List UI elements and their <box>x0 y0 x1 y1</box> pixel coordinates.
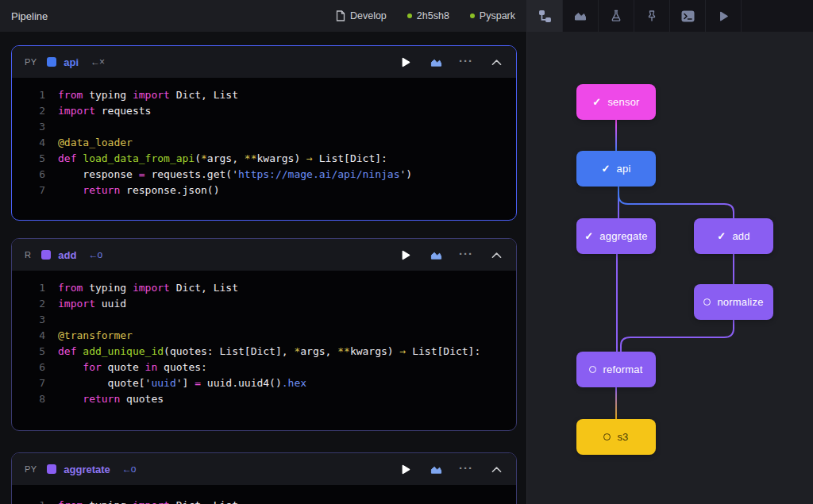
toolbar-graph-view-button[interactable] <box>527 0 563 32</box>
graph-node-label: aggregate <box>599 230 647 242</box>
line-number: 1 <box>12 280 45 296</box>
graph-node-reformat[interactable]: reformat <box>576 352 656 387</box>
run-block-button[interactable] <box>399 56 413 68</box>
code-line: 4@transformer <box>12 328 516 344</box>
add-chart-button[interactable] <box>429 56 443 68</box>
check-icon: ✓ <box>717 230 726 242</box>
line-number: 6 <box>12 360 45 375</box>
line-number: 8 <box>12 391 45 407</box>
run-block-button[interactable] <box>399 464 413 475</box>
status-dot-icon <box>407 13 412 18</box>
pending-circle-icon <box>589 366 596 373</box>
dependency-graph-panel: ✓sensor✓api✓aggregate✓addnormalizereform… <box>526 32 813 504</box>
develop-label: Develop <box>350 10 387 21</box>
code-line: 7 quote['uuid'] = uuid.uuid4().hex <box>12 375 516 391</box>
line-number: 7 <box>12 183 45 198</box>
block-connection-icon[interactable]: ←× <box>91 56 104 67</box>
line-number: 7 <box>12 375 45 391</box>
toolbar-experiments-view-button[interactable] <box>599 0 634 32</box>
editor-panel: PY api ←× ··· 1from typing import Dict, … <box>0 32 526 504</box>
chevron-up-icon <box>491 466 502 473</box>
block-header: PY api ←× ··· <box>12 46 516 78</box>
graph-node-sensor[interactable]: ✓sensor <box>576 84 656 120</box>
kernel-label: Pyspark <box>480 10 515 21</box>
code-editor[interactable]: 1from typing import Dict, List2import re… <box>12 78 516 198</box>
toolbar-charts-view-button[interactable] <box>563 0 599 32</box>
graph-edge-normalize-reformat <box>621 320 734 352</box>
toolbar-run-view-button[interactable] <box>706 0 742 32</box>
page-title: Pipeline <box>11 10 48 22</box>
code-line: 7 return response.json() <box>12 183 516 198</box>
graph-edge-api-add <box>618 187 734 218</box>
run-block-button[interactable] <box>399 249 413 261</box>
code-editor[interactable]: 1from typing import Dict, List2import uu… <box>12 271 516 407</box>
block-connection-icon[interactable]: ←o <box>88 249 102 260</box>
block-more-menu-button[interactable]: ··· <box>459 247 473 260</box>
flask-icon <box>610 10 622 22</box>
area-chart-icon <box>430 249 442 261</box>
area-chart-icon <box>574 10 587 22</box>
pipeline-uuid-label: 2h5sh8 <box>417 10 449 21</box>
kernel-badge[interactable]: Pyspark <box>470 10 515 21</box>
graph-node-api[interactable]: ✓api <box>576 151 656 187</box>
chevron-up-icon <box>491 252 502 259</box>
status-dot-icon <box>470 13 475 18</box>
code-line: 3 <box>12 119 516 135</box>
line-number: 1 <box>12 498 45 504</box>
block-header: PY aggretate ←o ··· <box>12 453 516 485</box>
code-editor[interactable]: 1from typing import Dict, List <box>12 485 516 504</box>
code-block-aggretate: PY aggretate ←o ··· 1from typing import … <box>11 452 517 504</box>
pending-circle-icon <box>703 298 711 306</box>
pipeline-uuid-badge[interactable]: 2h5sh8 <box>407 10 449 21</box>
collapse-block-button[interactable] <box>489 252 503 259</box>
code-line: 6 response = requests.get('https://mage.… <box>12 167 516 183</box>
graph-node-label: sensor <box>607 96 639 108</box>
check-icon: ✓ <box>592 96 601 108</box>
graph-tree-icon <box>538 10 552 23</box>
block-language-label: PY <box>25 57 37 67</box>
area-chart-icon <box>430 464 442 475</box>
block-language-label: PY <box>25 464 37 474</box>
collapse-block-button[interactable] <box>489 59 503 66</box>
graph-node-normalize[interactable]: normalize <box>694 284 773 320</box>
code-line: 2import uuid <box>12 296 516 312</box>
side-toolbar <box>526 0 813 32</box>
code-block-add: R add ←o ··· 1from typing import Dict, L… <box>11 238 517 431</box>
line-number: 3 <box>12 119 45 135</box>
toolbar-terminal-view-button[interactable] <box>670 0 706 32</box>
code-block-api: PY api ←× ··· 1from typing import Dict, … <box>11 45 517 221</box>
code-line: 2import requests <box>12 103 516 119</box>
code-line: 1from typing import Dict, List <box>12 87 516 103</box>
code-line: 6 for quote in quotes: <box>12 360 516 375</box>
mage-pipeline-editor: Pipeline Develop 2h5sh8 Pyspark <box>0 0 813 504</box>
play-icon <box>400 464 411 475</box>
document-icon <box>336 10 345 21</box>
play-icon <box>400 249 411 261</box>
code-line: 3 <box>12 312 516 328</box>
graph-edges <box>527 32 813 504</box>
graph-node-label: s3 <box>617 431 628 443</box>
block-more-menu-button[interactable]: ··· <box>459 54 473 67</box>
graph-node-label: api <box>617 163 631 175</box>
develop-button[interactable]: Develop <box>336 10 387 21</box>
line-number: 2 <box>12 296 45 312</box>
top-bar: Pipeline Develop 2h5sh8 Pyspark <box>0 0 526 32</box>
block-connection-icon[interactable]: ←o <box>122 464 136 475</box>
chevron-up-icon <box>491 59 502 66</box>
add-chart-button[interactable] <box>429 464 443 475</box>
block-color-square-icon <box>47 464 56 474</box>
line-number: 6 <box>12 167 45 183</box>
graph-node-s3[interactable]: s3 <box>576 419 656 455</box>
block-more-menu-button[interactable]: ··· <box>459 461 473 475</box>
line-number: 1 <box>12 87 45 103</box>
block-title: aggretate <box>64 464 110 475</box>
pin-icon <box>645 10 658 22</box>
graph-node-aggregate[interactable]: ✓aggregate <box>576 218 656 254</box>
toolbar-pin-view-button[interactable] <box>634 0 670 32</box>
graph-node-add[interactable]: ✓add <box>694 218 773 254</box>
line-number: 3 <box>12 312 45 328</box>
code-line: 8 return quotes <box>12 391 516 407</box>
block-title: api <box>64 56 79 68</box>
collapse-block-button[interactable] <box>489 466 503 473</box>
add-chart-button[interactable] <box>429 249 443 261</box>
